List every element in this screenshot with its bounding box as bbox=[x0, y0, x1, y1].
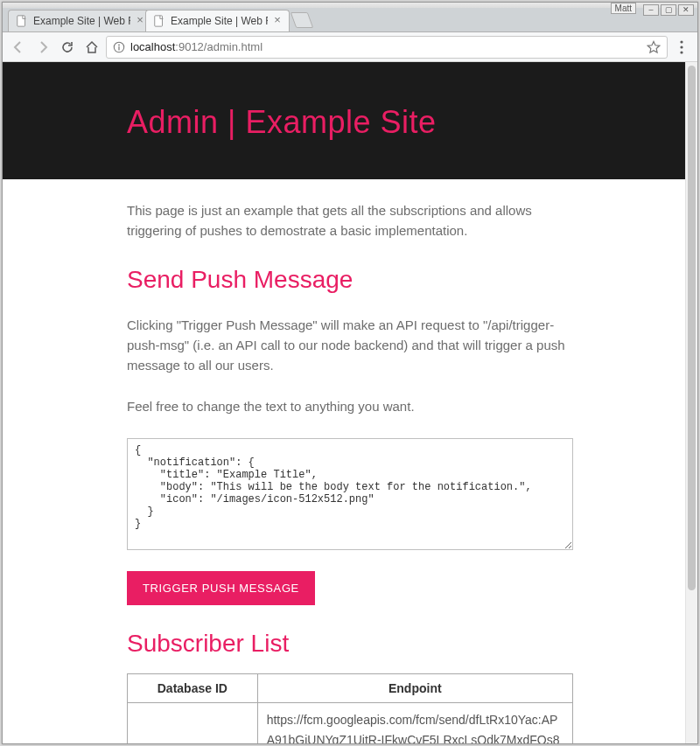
page-title: Admin | Example Site bbox=[127, 104, 573, 141]
page-viewport: Admin | Example Site This page is just a… bbox=[3, 62, 697, 743]
trigger-push-button[interactable]: TRIGGER PUSH MESSAGE bbox=[127, 571, 315, 605]
intro-text: This page is just an example that gets a… bbox=[127, 200, 573, 241]
url-path: :9012/admin.html bbox=[175, 40, 262, 53]
send-push-description: Clicking "Trigger Push Message" will mak… bbox=[127, 315, 573, 376]
cell-endpoint: https://fcm.googleapis.com/fcm/send/dfLt… bbox=[257, 702, 572, 743]
reload-button[interactable] bbox=[57, 37, 78, 58]
subscriber-list-heading: Subscriber List bbox=[127, 630, 573, 658]
os-user-badge: Matt bbox=[611, 3, 636, 14]
browser-tabstrip: Example Site | Web F × Example Site | We… bbox=[3, 8, 697, 32]
svg-point-3 bbox=[118, 44, 120, 45]
browser-tab-1[interactable]: Example Site | Web F × bbox=[145, 10, 290, 31]
col-endpoint: Endpoint bbox=[257, 673, 572, 702]
browser-menu-button[interactable] bbox=[671, 37, 692, 58]
tab-title: Example Site | Web F bbox=[33, 15, 130, 27]
site-info-icon[interactable] bbox=[112, 40, 125, 53]
send-push-hint: Feel free to change the text to anything… bbox=[127, 396, 573, 416]
svg-point-6 bbox=[680, 45, 682, 48]
address-bar[interactable]: localhost:9012/admin.html bbox=[106, 36, 668, 59]
cell-database-id: Iege3Q7Dxz3aVShL bbox=[128, 702, 258, 743]
back-button[interactable] bbox=[8, 37, 29, 58]
svg-rect-1 bbox=[155, 16, 163, 26]
svg-rect-4 bbox=[118, 46, 119, 50]
bookmark-star-icon[interactable] bbox=[646, 39, 662, 55]
browser-tab-0[interactable]: Example Site | Web F × bbox=[8, 10, 152, 31]
table-row: Iege3Q7Dxz3aVShL https://fcm.googleapis.… bbox=[128, 702, 573, 743]
tab-close-icon[interactable]: × bbox=[271, 15, 284, 27]
new-tab-button[interactable] bbox=[290, 12, 314, 28]
page-header: Admin | Example Site bbox=[3, 62, 697, 179]
svg-point-5 bbox=[680, 40, 682, 43]
svg-point-7 bbox=[680, 51, 682, 53]
window-maximize-button[interactable]: ▢ bbox=[661, 4, 676, 16]
url-text: localhost:9012/admin.html bbox=[130, 40, 262, 53]
scrollbar-thumb[interactable] bbox=[688, 66, 696, 590]
window-close-button[interactable]: ✕ bbox=[678, 4, 694, 16]
col-database-id: Database ID bbox=[128, 673, 258, 702]
subscriber-table: Database ID Endpoint Iege3Q7Dxz3aVShL ht… bbox=[127, 673, 573, 744]
page-favicon-icon bbox=[16, 15, 28, 27]
page-scrollbar[interactable] bbox=[685, 62, 697, 743]
send-push-heading: Send Push Message bbox=[127, 266, 573, 294]
forward-button[interactable] bbox=[32, 37, 53, 58]
tab-close-icon[interactable]: × bbox=[134, 15, 146, 27]
table-header-row: Database ID Endpoint bbox=[128, 673, 573, 702]
home-button[interactable] bbox=[81, 37, 102, 58]
tab-title: Example Site | Web F bbox=[171, 15, 268, 27]
url-host: localhost bbox=[130, 40, 175, 53]
push-payload-textarea[interactable] bbox=[127, 438, 573, 550]
window-minimize-button[interactable]: – bbox=[643, 4, 659, 16]
page-favicon-icon bbox=[153, 15, 165, 27]
svg-rect-0 bbox=[18, 16, 25, 26]
browser-toolbar: localhost:9012/admin.html bbox=[3, 32, 697, 62]
